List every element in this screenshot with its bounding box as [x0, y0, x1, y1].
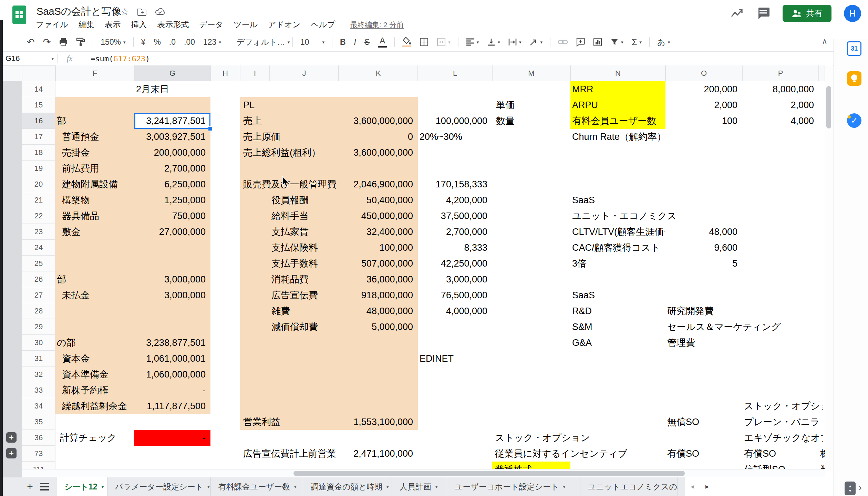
cell-O14[interactable]: 200,000: [665, 81, 742, 97]
cell-G31[interactable]: 1,061,000,001: [134, 351, 210, 366]
sheets-logo-icon[interactable]: [12, 6, 26, 24]
cell-K23[interactable]: 32,400,000: [339, 224, 418, 240]
cell-P35[interactable]: プレーン・バニラ: [744, 414, 820, 430]
sheet-tab-3[interactable]: 調達資金の額と時期▾: [303, 477, 392, 496]
all-sheets-button[interactable]: [40, 483, 49, 490]
menu-item-4[interactable]: 表示形式: [157, 19, 189, 30]
cell-L24[interactable]: 8,333: [418, 240, 492, 256]
tab-scroll-left-button[interactable]: ◂: [691, 482, 694, 490]
cell-K20[interactable]: 2,046,900,000: [339, 176, 418, 192]
cell-F32[interactable]: 資本準備金: [62, 366, 108, 382]
cell-L17[interactable]: 20%~30%: [420, 129, 462, 145]
sheet-tab-2[interactable]: 有料課金ユーザー数▾: [211, 477, 303, 496]
cell-O35[interactable]: 無償SO: [667, 414, 699, 430]
column-header-N[interactable]: N: [570, 65, 665, 81]
cell-I25[interactable]: 支払手数料: [271, 256, 318, 271]
row-header-18[interactable]: 18: [22, 145, 55, 161]
column-header-P[interactable]: P: [742, 65, 819, 81]
column-header-J[interactable]: J: [270, 65, 339, 81]
row-header-16[interactable]: 16: [22, 113, 55, 129]
menu-item-2[interactable]: 表示: [105, 19, 121, 30]
menu-item-8[interactable]: ヘルプ: [311, 19, 335, 30]
tasks-icon[interactable]: ✓: [847, 113, 861, 128]
row-header-31[interactable]: 31: [22, 351, 55, 366]
share-button[interactable]: 共有: [783, 5, 831, 22]
column-header-K[interactable]: K: [339, 65, 418, 81]
cell-N15[interactable]: ARPU: [572, 97, 598, 113]
cell-O23[interactable]: 48,000: [665, 224, 742, 240]
bold-button[interactable]: B: [336, 35, 350, 49]
cell-I18[interactable]: 売上総利益(粗利）: [243, 145, 321, 161]
horizontal-align-button[interactable]: ▾: [462, 35, 483, 49]
row-header-25[interactable]: 25: [22, 256, 55, 271]
cell-N24[interactable]: CAC/顧客獲得コスト: [572, 240, 660, 256]
column-header-H[interactable]: H: [210, 65, 240, 81]
cell-K21[interactable]: 50,400,000: [339, 192, 418, 208]
row-header-22[interactable]: 22: [22, 208, 55, 224]
cell-G32[interactable]: 1,060,000,000: [134, 366, 210, 382]
cell-G22[interactable]: 750,000: [134, 208, 210, 224]
cell-F20[interactable]: 建物附属設備: [62, 176, 118, 192]
cell-L27[interactable]: 76,500,000: [418, 287, 492, 303]
menu-item-7[interactable]: アドオン: [268, 19, 300, 30]
cell-P15[interactable]: 2,000: [742, 97, 819, 113]
cell-N23[interactable]: CLTV/LTV(顧客生涯価値: [572, 224, 664, 240]
account-avatar[interactable]: H: [844, 5, 861, 22]
decrease-decimal-button[interactable]: .0: [165, 35, 180, 49]
font-size-select[interactable]: 10▾: [296, 35, 329, 49]
cell-I29[interactable]: 減価償却費: [271, 319, 318, 335]
cell-G19[interactable]: 2,700,000: [134, 161, 210, 176]
sheet-tab-6[interactable]: ユニットエコノミクスの検証: [580, 477, 678, 496]
column-header-G[interactable]: G: [134, 65, 210, 81]
cell-F21[interactable]: 構築物: [62, 192, 90, 208]
fill-handle[interactable]: [208, 126, 213, 131]
cell-P34[interactable]: ストック・オプション: [744, 398, 823, 414]
cell-N27[interactable]: SaaS: [572, 287, 595, 303]
cell-Q73[interactable]: 株（: [820, 446, 825, 462]
row-header-36[interactable]: 36: [22, 430, 55, 446]
column-header-M[interactable]: M: [492, 65, 570, 81]
row-header-35[interactable]: 35: [22, 414, 55, 430]
cell-F26[interactable]: 部: [57, 271, 66, 287]
cell-G36[interactable]: -: [134, 430, 210, 446]
sheet-tab-5[interactable]: ユーザーコホート設定シート▾: [447, 477, 580, 496]
cell-G26[interactable]: 3,000,000: [134, 271, 210, 287]
row-header-15[interactable]: 15: [22, 97, 55, 113]
row-header-24[interactable]: 24: [22, 240, 55, 256]
formula-input[interactable]: =sum(G17:G23): [91, 54, 150, 63]
cell-G27[interactable]: 3,000,000: [134, 287, 210, 303]
column-header-O[interactable]: O: [665, 65, 742, 81]
cell-K29[interactable]: 5,000,000: [339, 319, 418, 335]
row-header-73[interactable]: 73: [22, 446, 55, 462]
cell-F22[interactable]: 器具備品: [62, 208, 99, 224]
star-icon[interactable]: ☆: [121, 6, 129, 17]
cell-I15[interactable]: PL: [243, 97, 255, 113]
cell-O16[interactable]: 100: [665, 113, 742, 129]
menu-item-6[interactable]: ツール: [234, 19, 258, 30]
expand-group-button-2[interactable]: +: [6, 448, 17, 458]
move-folder-icon[interactable]: [137, 8, 147, 16]
cell-K24[interactable]: 100,000: [339, 240, 418, 256]
merge-cells-button[interactable]: ▾: [433, 35, 455, 49]
row-header-23[interactable]: 23: [22, 224, 55, 240]
sheet-tab-1[interactable]: パラメーター設定シート▾: [107, 477, 211, 496]
cell-P36[interactable]: エキゾチックなオプション: [744, 430, 823, 446]
column-header-F[interactable]: F: [55, 65, 134, 81]
vertical-align-button[interactable]: ▾: [483, 35, 504, 49]
cell-L21[interactable]: 4,200,000: [418, 192, 492, 208]
cell-I22[interactable]: 給料手当: [271, 208, 309, 224]
menu-item-1[interactable]: 編集: [79, 19, 94, 30]
insights-icon[interactable]: [730, 8, 744, 19]
cell-F27[interactable]: 未払金: [62, 287, 90, 303]
font-family-select[interactable]: デフォルト…▾: [232, 35, 289, 49]
strikethrough-button[interactable]: S: [360, 35, 374, 49]
cell-K25[interactable]: 507,000,000: [339, 256, 418, 271]
cell-K22[interactable]: 450,000,000: [339, 208, 418, 224]
add-sheet-button[interactable]: +: [24, 481, 36, 493]
cell-L20[interactable]: 170,158,333: [418, 176, 492, 192]
sheet-tab-0[interactable]: シート12▾: [57, 477, 107, 496]
last-edit-link[interactable]: 最終編集: 2 分前: [350, 20, 404, 30]
cell-N25[interactable]: 3倍: [572, 256, 587, 271]
name-box-dropdown-icon[interactable]: ▾: [51, 56, 54, 61]
cell-M36[interactable]: ストック・オプション: [495, 430, 590, 446]
